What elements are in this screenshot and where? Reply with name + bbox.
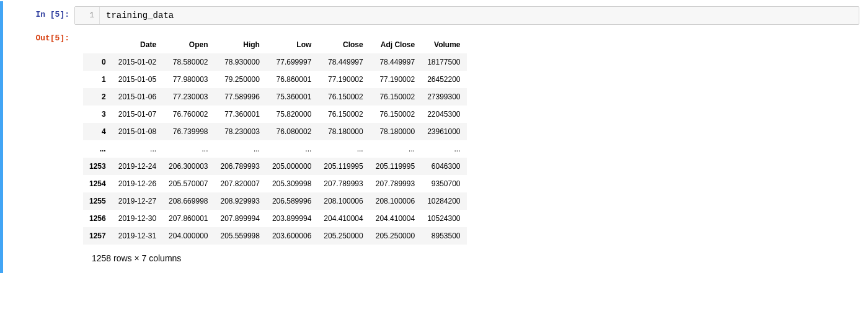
cell: 204.410004 bbox=[370, 210, 421, 227]
output-area: Out[5]: Date Open High Low Close Adj Clo… bbox=[3, 27, 868, 271]
cell: ... bbox=[266, 140, 317, 158]
row-index: 1 bbox=[83, 71, 112, 88]
dataframe-footer: 1258 rows × 7 columns bbox=[83, 245, 859, 266]
cell: 22045300 bbox=[421, 106, 466, 123]
cell: 10524300 bbox=[421, 210, 466, 227]
table-row: 12572019-12-31204.000000205.559998203.60… bbox=[83, 227, 467, 245]
cell: 76.760002 bbox=[162, 106, 214, 123]
row-index: 3 bbox=[83, 106, 112, 123]
cell: 204.410004 bbox=[317, 210, 369, 227]
code-text[interactable]: training_data bbox=[100, 7, 180, 24]
cell: ... bbox=[215, 140, 266, 158]
cell: 207.820007 bbox=[215, 175, 266, 192]
cell: 203.899994 bbox=[266, 210, 317, 227]
cell: 205.250000 bbox=[370, 227, 421, 245]
cell: 208.100006 bbox=[317, 192, 369, 210]
input-area: In [5]: 1 training_data bbox=[3, 4, 868, 27]
table-row: 12532019-12-24206.300003206.789993205.00… bbox=[83, 158, 467, 175]
cell: 18177500 bbox=[421, 53, 466, 71]
row-index: 1255 bbox=[83, 192, 112, 210]
notebook-cell: In [5]: 1 training_data Out[5]: Date bbox=[0, 1, 868, 273]
code-editor[interactable]: 1 training_data bbox=[74, 6, 859, 25]
cell: ... bbox=[162, 140, 214, 158]
cell: 2019-12-26 bbox=[112, 175, 162, 192]
cell: 76.150002 bbox=[370, 88, 421, 106]
cell: 77.190002 bbox=[317, 71, 369, 88]
dataframe-output: Date Open High Low Close Adj Close Volum… bbox=[74, 32, 859, 266]
table-row: 32015-01-0776.76000277.36000175.82000076… bbox=[83, 106, 467, 123]
cell: 2019-12-31 bbox=[112, 227, 162, 245]
cell: 78.230003 bbox=[215, 123, 266, 140]
index-header bbox=[83, 36, 112, 53]
cell: 207.860001 bbox=[162, 210, 214, 227]
cell: 205.119995 bbox=[317, 158, 369, 175]
cell: 2015-01-08 bbox=[112, 123, 162, 140]
cell: 23961000 bbox=[421, 123, 466, 140]
cell: 77.190002 bbox=[370, 71, 421, 88]
cell: 6046300 bbox=[421, 158, 466, 175]
cell: 8953500 bbox=[421, 227, 466, 245]
header-row: Date Open High Low Close Adj Close Volum… bbox=[83, 36, 467, 53]
dataframe-table: Date Open High Low Close Adj Close Volum… bbox=[83, 36, 467, 245]
cell: 77.230003 bbox=[162, 88, 214, 106]
cell: 204.000000 bbox=[162, 227, 214, 245]
cell: 2015-01-02 bbox=[112, 53, 162, 71]
table-row: 02015-01-0278.58000278.93000077.69999778… bbox=[83, 53, 467, 71]
row-index: 1257 bbox=[83, 227, 112, 245]
row-index: 4 bbox=[83, 123, 112, 140]
cell: 78.180000 bbox=[370, 123, 421, 140]
line-number-gutter: 1 bbox=[75, 7, 100, 24]
cell: 206.300003 bbox=[162, 158, 214, 175]
cell: 2019-12-30 bbox=[112, 210, 162, 227]
cell: ... bbox=[370, 140, 421, 158]
cell: 78.180000 bbox=[317, 123, 369, 140]
line-number: 1 bbox=[89, 11, 94, 20]
row-index: ... bbox=[83, 140, 112, 158]
cell: 2019-12-24 bbox=[112, 158, 162, 175]
cell: 79.250000 bbox=[215, 71, 266, 88]
cell: 77.699997 bbox=[266, 53, 317, 71]
column-header: Open bbox=[162, 36, 214, 53]
cell: 76.150002 bbox=[370, 106, 421, 123]
cell: 77.980003 bbox=[162, 71, 214, 88]
column-header: Date bbox=[112, 36, 162, 53]
column-header: Low bbox=[266, 36, 317, 53]
cell: 2015-01-05 bbox=[112, 71, 162, 88]
cell: 76.150002 bbox=[317, 88, 369, 106]
in-prompt-label: In [5]: bbox=[35, 10, 69, 19]
table-row: 42015-01-0876.73999878.23000376.08000278… bbox=[83, 123, 467, 140]
table-row: 12542019-12-26205.570007207.820007205.30… bbox=[83, 175, 467, 192]
table-row: 22015-01-0677.23000377.58999675.36000176… bbox=[83, 88, 467, 106]
cell: 75.360001 bbox=[266, 88, 317, 106]
cell: 2019-12-27 bbox=[112, 192, 162, 210]
row-index: 2 bbox=[83, 88, 112, 106]
row-index: 1253 bbox=[83, 158, 112, 175]
cell: 26452200 bbox=[421, 71, 466, 88]
column-header: Volume bbox=[421, 36, 466, 53]
cell: 205.119995 bbox=[370, 158, 421, 175]
cell: 207.789993 bbox=[370, 175, 421, 192]
cell: 76.739998 bbox=[162, 123, 214, 140]
table-row: 12015-01-0577.98000379.25000076.86000177… bbox=[83, 71, 467, 88]
cell: ... bbox=[421, 140, 466, 158]
cell: 78.580002 bbox=[162, 53, 214, 71]
cell: ... bbox=[317, 140, 369, 158]
cell: 208.669998 bbox=[162, 192, 214, 210]
cell: 207.789993 bbox=[317, 175, 369, 192]
cell: 77.360001 bbox=[215, 106, 266, 123]
cell: 208.929993 bbox=[215, 192, 266, 210]
cell: 76.080002 bbox=[266, 123, 317, 140]
cell: 27399300 bbox=[421, 88, 466, 106]
table-row: 12562019-12-30207.860001207.899994203.89… bbox=[83, 210, 467, 227]
cell: 207.899994 bbox=[215, 210, 266, 227]
cell: 75.820000 bbox=[266, 106, 317, 123]
cell: 77.589996 bbox=[215, 88, 266, 106]
column-header: Close bbox=[317, 36, 369, 53]
cell: 2015-01-07 bbox=[112, 106, 162, 123]
cell: 78.449997 bbox=[317, 53, 369, 71]
cell: 10284200 bbox=[421, 192, 466, 210]
cell: 206.589996 bbox=[266, 192, 317, 210]
cell: 205.000000 bbox=[266, 158, 317, 175]
cell: 9350700 bbox=[421, 175, 466, 192]
cell: 206.789993 bbox=[215, 158, 266, 175]
